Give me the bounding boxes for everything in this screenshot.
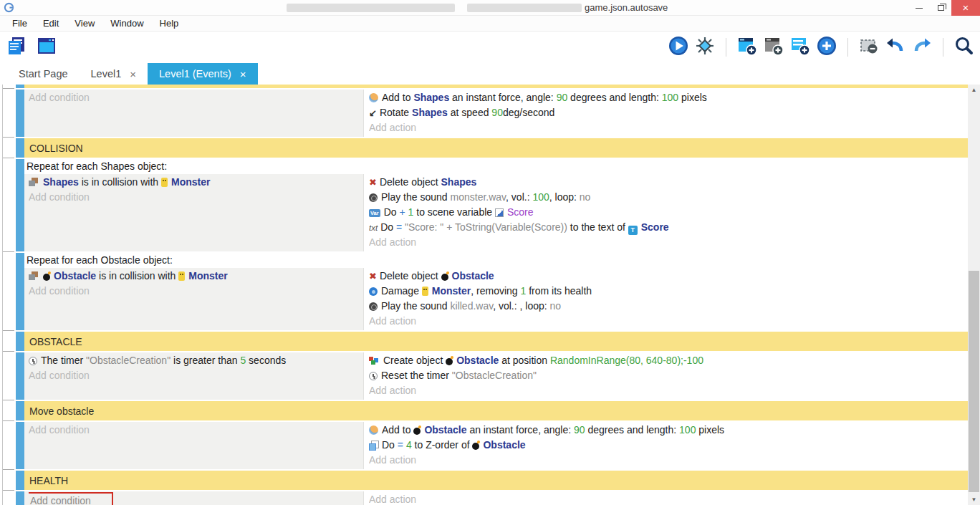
repeat-header[interactable]: Repeat for each Obstacle object: bbox=[24, 253, 968, 268]
comment-text: OBSTACLE bbox=[29, 336, 82, 347]
event-selection-bar[interactable] bbox=[16, 159, 24, 251]
event-row[interactable]: Add conditionAdd to Obstacle an instant … bbox=[0, 422, 968, 469]
condition-line[interactable]: The timer "ObstacleCreation" is greater … bbox=[29, 353, 363, 368]
obstacle-object-icon bbox=[472, 443, 479, 450]
add-condition-button[interactable]: Add condition bbox=[29, 492, 363, 505]
zorder-icon bbox=[369, 441, 378, 450]
comment-row[interactable]: HEALTH bbox=[0, 471, 968, 490]
action-line[interactable]: Damage Monster, removing 1 from its heal… bbox=[369, 284, 968, 299]
undo-button[interactable] bbox=[885, 36, 905, 59]
add-action-button[interactable]: Add action bbox=[369, 235, 968, 250]
redo-button[interactable] bbox=[912, 36, 932, 59]
play-button[interactable] bbox=[668, 36, 688, 59]
action-line[interactable]: Play the sound monster.wav, vol.: 100, l… bbox=[369, 190, 968, 205]
menu-edit[interactable]: Edit bbox=[35, 18, 67, 29]
debug-button[interactable] bbox=[695, 36, 715, 59]
comment-row[interactable]: Move obstacle bbox=[0, 401, 968, 420]
action-line[interactable]: Add to Shapes an instant force, angle: 9… bbox=[369, 90, 968, 105]
action-line[interactable]: Add to Obstacle an instant force, angle:… bbox=[369, 423, 968, 438]
close-tab-icon[interactable]: × bbox=[240, 68, 246, 80]
add-action-button[interactable]: Add action bbox=[369, 383, 968, 398]
add-new-button[interactable] bbox=[817, 36, 837, 59]
remove-event-button[interactable] bbox=[859, 36, 879, 59]
add-new-icon bbox=[817, 36, 837, 59]
action-line[interactable]: Do + 1 to scene variable Score bbox=[369, 205, 968, 220]
event-selection-bar[interactable] bbox=[16, 90, 24, 137]
menu-window[interactable]: Window bbox=[102, 18, 151, 29]
add-action-button[interactable]: Add action bbox=[369, 492, 968, 505]
event-selection-bar[interactable] bbox=[16, 85, 24, 88]
menu-file[interactable]: File bbox=[4, 18, 35, 29]
event-row[interactable]: The timer "ObstacleCreation" is greater … bbox=[0, 352, 968, 400]
add-action-button[interactable]: Add action bbox=[369, 453, 968, 468]
event-selection-bar[interactable] bbox=[16, 253, 24, 330]
action-line[interactable]: Create object Obstacle at position Rando… bbox=[369, 353, 968, 368]
event-body: The timer "ObstacleCreation" is greater … bbox=[24, 352, 968, 400]
text-segment: Monster bbox=[188, 270, 227, 282]
event-selection-bar[interactable] bbox=[16, 138, 24, 158]
actions-column: Add to Shapes an instant force, angle: 9… bbox=[364, 90, 968, 137]
minimize-button[interactable] bbox=[908, 0, 930, 16]
close-tab-icon[interactable]: × bbox=[130, 68, 136, 80]
action-line[interactable]: Delete object Shapes bbox=[369, 175, 968, 190]
action-line[interactable]: Delete object Obstacle bbox=[369, 269, 968, 284]
event-selection-bar[interactable] bbox=[16, 352, 24, 400]
create-object-icon bbox=[369, 356, 380, 365]
text-segment: Obstacle bbox=[483, 439, 525, 451]
repeat-header[interactable]: Repeat for each Shapes object: bbox=[24, 159, 968, 174]
menu-view[interactable]: View bbox=[67, 18, 102, 29]
close-button[interactable]: × bbox=[951, 0, 980, 16]
delete-icon bbox=[369, 269, 377, 284]
scrollbar-thumb[interactable] bbox=[969, 271, 979, 492]
event-selection-bar[interactable] bbox=[16, 491, 24, 505]
comment-row[interactable] bbox=[0, 85, 968, 88]
action-line[interactable]: Do = 4 to Z-order of Obstacle bbox=[369, 438, 968, 453]
event-selection-bar[interactable] bbox=[16, 471, 24, 490]
action-line[interactable]: Reset the timer "ObstacleCreation" bbox=[369, 368, 968, 383]
text-segment: Do bbox=[384, 206, 400, 218]
tab-label: Level1 bbox=[91, 68, 122, 80]
add-event-button[interactable] bbox=[737, 36, 757, 59]
comment-row[interactable]: COLLISION bbox=[0, 138, 968, 158]
comment-row[interactable]: OBSTACLE bbox=[0, 332, 968, 351]
scene-editor-button[interactable] bbox=[36, 35, 57, 59]
action-line[interactable]: Rotate Shapes at speed 90deg/second bbox=[369, 105, 968, 120]
tab-start-page[interactable]: Start Page bbox=[7, 63, 80, 85]
event-selection-bar[interactable] bbox=[16, 401, 24, 420]
add-condition-button[interactable]: Add condition bbox=[29, 284, 363, 299]
tab-level1[interactable]: Level1× bbox=[80, 63, 148, 85]
add-condition-button[interactable]: Add condition bbox=[29, 190, 363, 205]
conditions-column: The timer "ObstacleCreation" is greater … bbox=[24, 352, 364, 400]
add-comment-button[interactable] bbox=[790, 36, 810, 59]
restore-button[interactable] bbox=[930, 0, 951, 16]
text-segment: 4 bbox=[406, 439, 412, 451]
event-row[interactable]: Add conditionAdd to Shapes an instant fo… bbox=[0, 90, 968, 137]
condition-line[interactable]: Obstacle is in collision with Monster bbox=[29, 269, 363, 284]
add-condition-button[interactable]: Add condition bbox=[29, 368, 363, 383]
search-button[interactable] bbox=[954, 36, 974, 59]
event-selection-bar[interactable] bbox=[16, 422, 24, 469]
add-subevent-button[interactable] bbox=[764, 36, 784, 59]
action-line[interactable]: Play the sound killed.wav, vol.: , loop:… bbox=[369, 299, 968, 314]
action-line[interactable]: Do = "Score: " + ToString(Variable(Score… bbox=[369, 220, 968, 235]
event-row[interactable]: Repeat for each Shapes object:Shapes is … bbox=[0, 159, 968, 251]
text-segment: an instant force, angle: bbox=[467, 424, 574, 436]
tab-level1-events[interactable]: Level1 (Events)× bbox=[148, 63, 258, 85]
event-selection-bar[interactable] bbox=[16, 332, 24, 351]
toolbar-separator bbox=[943, 38, 943, 57]
project-manager-button[interactable] bbox=[6, 35, 27, 59]
condition-line[interactable]: Shapes is in collision with Monster bbox=[29, 175, 363, 190]
text-segment: to the text of bbox=[567, 221, 628, 233]
scroll-down-icon[interactable]: ▼ bbox=[968, 494, 980, 505]
add-condition-button[interactable]: Add condition bbox=[29, 423, 363, 438]
event-row[interactable]: Add conditionAdd action bbox=[0, 491, 968, 505]
add-action-button[interactable]: Add action bbox=[369, 314, 968, 329]
project-manager-icon bbox=[6, 35, 27, 59]
event-row[interactable]: Repeat for each Obstacle object:Obstacle… bbox=[0, 253, 968, 330]
text-segment: no bbox=[550, 300, 562, 312]
add-action-button[interactable]: Add action bbox=[369, 120, 968, 135]
menu-help[interactable]: Help bbox=[152, 18, 187, 29]
scroll-up-icon[interactable]: ▲ bbox=[968, 85, 980, 95]
add-condition-button[interactable]: Add condition bbox=[29, 90, 363, 105]
vertical-scrollbar[interactable]: ▲ ▼ bbox=[968, 85, 980, 505]
